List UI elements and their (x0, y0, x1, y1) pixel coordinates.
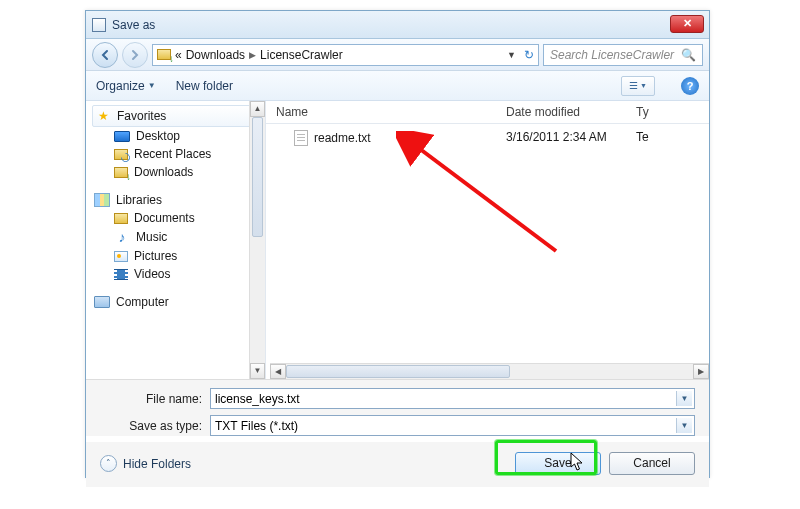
search-placeholder: Search LicenseCrawler (550, 48, 674, 62)
column-headers[interactable]: Name Date modified Ty (266, 101, 709, 124)
col-type[interactable]: Ty (636, 105, 666, 119)
file-list[interactable]: Name Date modified Ty readme.txt 3/16/20… (266, 101, 709, 379)
music-icon: ♪ (114, 229, 130, 245)
toolbar: Organize▼ New folder ☰ ▼ ? (86, 71, 709, 101)
star-icon: ★ (95, 108, 111, 124)
svg-line-0 (416, 146, 556, 251)
filename-input[interactable]: license_keys.txt ▼ (210, 388, 695, 409)
forward-button[interactable] (122, 42, 148, 68)
chevron-down-icon: ▼ (148, 81, 156, 90)
scroll-down-icon[interactable]: ▼ (250, 363, 265, 379)
chevron-down-icon[interactable]: ▼ (676, 418, 692, 433)
folder-icon (157, 49, 171, 60)
libraries-icon (94, 193, 110, 207)
search-input[interactable]: Search LicenseCrawler 🔍 (543, 44, 703, 66)
tree-desktop[interactable]: Desktop (92, 127, 261, 145)
tree-music[interactable]: ♪Music (92, 227, 261, 247)
scroll-thumb[interactable] (286, 365, 510, 378)
breadcrumb-prefix: « (175, 48, 182, 62)
tree-videos[interactable]: Videos (92, 265, 261, 283)
pictures-icon (114, 251, 128, 262)
savetype-select[interactable]: TXT Files (*.txt) ▼ (210, 415, 695, 436)
tree-documents[interactable]: Documents (92, 209, 261, 227)
back-button[interactable] (92, 42, 118, 68)
tree-favorites[interactable]: ★ Favorites (92, 105, 261, 127)
col-date[interactable]: Date modified (506, 105, 636, 119)
tree-libraries[interactable]: Libraries (92, 191, 261, 209)
chevron-down-icon[interactable]: ▼ (676, 391, 692, 406)
scroll-left-icon[interactable]: ◀ (270, 364, 286, 379)
footer: ˄ Hide Folders Save Cancel (86, 442, 709, 487)
nav-tree[interactable]: ★ Favorites Desktop Recent Places Downlo… (86, 101, 266, 379)
help-button[interactable]: ? (681, 77, 699, 95)
refresh-icon[interactable]: ↻ (524, 48, 534, 62)
search-icon: 🔍 (681, 48, 696, 62)
txt-file-icon (294, 130, 308, 146)
close-button[interactable]: ✕ (670, 15, 704, 33)
window-sys-icon (92, 18, 106, 32)
tree-computer[interactable]: Computer (92, 293, 261, 311)
tree-pictures[interactable]: Pictures (92, 247, 261, 265)
address-bar[interactable]: « Downloads ▶ LicenseCrawler ▼ ↻ (152, 44, 539, 66)
nav-bar: « Downloads ▶ LicenseCrawler ▼ ↻ Search … (86, 39, 709, 71)
view-options-button[interactable]: ☰ ▼ (621, 76, 655, 96)
tree-downloads[interactable]: Downloads (92, 163, 261, 181)
filename-label: File name: (100, 392, 210, 406)
new-folder-button[interactable]: New folder (176, 79, 233, 93)
downloads-icon (114, 167, 128, 178)
file-date: 3/16/2011 2:34 AM (506, 130, 636, 146)
col-name[interactable]: Name (266, 105, 506, 119)
save-button[interactable]: Save (515, 452, 601, 475)
scroll-right-icon[interactable]: ▶ (693, 364, 709, 379)
breadcrumb-item[interactable]: LicenseCrawler (260, 48, 343, 62)
hide-folders-toggle[interactable]: ˄ Hide Folders (100, 455, 191, 472)
chevron-right-icon: ▶ (249, 50, 256, 60)
tree-scrollbar[interactable]: ▲ ▼ (249, 101, 265, 379)
window-title: Save as (112, 18, 155, 32)
chevron-up-icon: ˄ (100, 455, 117, 472)
savetype-label: Save as type: (100, 419, 210, 433)
scroll-up-icon[interactable]: ▲ (250, 101, 265, 117)
recent-places-icon (114, 149, 128, 160)
file-h-scrollbar[interactable]: ◀ ▶ (270, 363, 709, 379)
save-as-dialog: Save as ✕ « Downloads ▶ LicenseCrawler ▼… (85, 10, 710, 478)
cancel-button[interactable]: Cancel (609, 452, 695, 475)
file-row[interactable]: readme.txt 3/16/2011 2:34 AM Te (266, 124, 709, 152)
breadcrumb-item[interactable]: Downloads (186, 48, 245, 62)
tree-recent-places[interactable]: Recent Places (92, 145, 261, 163)
address-dropdown-icon[interactable]: ▼ (507, 50, 516, 60)
videos-icon (114, 269, 128, 280)
computer-icon (94, 296, 110, 308)
documents-icon (114, 213, 128, 224)
scroll-thumb[interactable] (252, 117, 263, 237)
form-area: File name: license_keys.txt ▼ Save as ty… (86, 379, 709, 436)
file-type: Te (636, 130, 666, 146)
titlebar[interactable]: Save as ✕ (86, 11, 709, 39)
organize-button[interactable]: Organize▼ (96, 79, 156, 93)
file-name: readme.txt (314, 131, 371, 145)
desktop-icon (114, 131, 130, 142)
